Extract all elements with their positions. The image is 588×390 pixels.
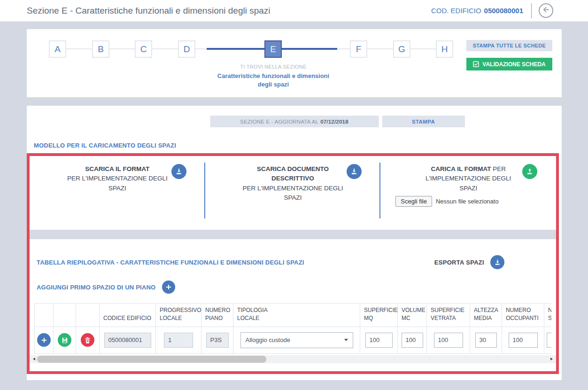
file-status-text: Nessun file selezionato: [436, 198, 499, 205]
column-header-superficie-mq: SUPERFICIE MQ: [360, 304, 398, 327]
location-label: TI TROVI NELLA SEZIONE: [212, 64, 335, 70]
scrollbar-left-arrow-icon[interactable]: [33, 358, 35, 360]
plus-icon: [166, 284, 171, 290]
highlighted-region: SCARICA IL FORMATPER L'IMPLEMENTAZIONE D…: [27, 153, 559, 374]
superficie-vetrata-input[interactable]: [434, 333, 463, 348]
model-actions-row: SCARICA IL FORMATPER L'IMPLEMENTAZIONE D…: [30, 156, 556, 230]
validate-sheet-button[interactable]: VALIDAZIONE SCHEDA: [466, 58, 552, 70]
building-code: COD. EDIFICIO0500080001: [431, 7, 523, 15]
section-divider-band: [30, 230, 556, 239]
building-code-value: 0500080001: [484, 7, 523, 15]
upload-format-title: CARICA IL FORMAT: [431, 165, 491, 172]
top-bar: Sezione E - Caratteristiche funzionali e…: [0, 0, 588, 22]
tipologia-locale-select[interactable]: Alloggio custode: [240, 332, 353, 348]
column-header-altezza-media: ALTEZZA MEDIA: [470, 304, 502, 327]
export-spaces-button[interactable]: [490, 255, 504, 269]
current-section-name: Caratteristiche funzionali e dimensioni …: [212, 72, 335, 88]
progressivo-locale-input[interactable]: [164, 333, 193, 348]
section-updated-bar: SEZIONE E - AGGIORNATA AL07/12/2018: [210, 116, 379, 127]
step-g[interactable]: G: [393, 40, 410, 58]
download-format-card: SCARICA IL FORMATPER L'IMPLEMENTAZIONE D…: [30, 156, 205, 230]
codice-edificio-input[interactable]: [104, 333, 151, 348]
column-header-empty: [54, 304, 76, 327]
row-add-button[interactable]: [37, 333, 51, 347]
download-format-button[interactable]: [171, 164, 186, 179]
step-a[interactable]: A: [49, 40, 66, 58]
download-doc-text: SCARICA DOCUMENTO DESCRITTIVOPER L'IMPLE…: [235, 164, 351, 203]
section-status-row: SEZIONE E - AGGIORNATA AL07/12/2018 STAM…: [27, 116, 562, 127]
upload-format-text: CARICA IL FORMAT PER L'IMPLEMENTAZIONE D…: [410, 164, 526, 193]
stepper-connector: [66, 48, 92, 49]
step-f[interactable]: F: [350, 40, 367, 58]
validate-sheet-label: VALIDAZIONE SCHEDA: [482, 61, 545, 68]
altezza-media-input[interactable]: [475, 333, 497, 348]
current-section-info: TI TROVI NELLA SEZIONE Caratteristiche f…: [212, 64, 335, 88]
download-format-title: SCARICA IL FORMAT: [60, 164, 175, 174]
add-first-space: AGGIUNGI PRIMO SPAZIO DI UN PIANO: [37, 281, 551, 294]
superficie-mq-input[interactable]: [365, 333, 393, 348]
trash-icon: [85, 337, 91, 343]
download-doc-subtitle: PER L'IMPLEMENTAZIONE DEGLI SPAZI: [243, 185, 343, 201]
column-header-codice-edificio: CODICE EDIFICIO: [100, 304, 156, 327]
export-spaces: ESPORTA SPAZI: [434, 255, 504, 269]
file-input: Scegli file Nessun file selezionato: [395, 196, 498, 207]
row-delete-button[interactable]: [81, 333, 94, 347]
summary-table-heading: TABELLA RIEPILOGATIVA - CARATTERISTICHE …: [37, 259, 304, 266]
numero-occupanti-input[interactable]: [509, 333, 538, 348]
volume-mc-input[interactable]: [402, 333, 423, 348]
column-header-clipped: N. SI: [544, 304, 552, 327]
upload-format-button[interactable]: [522, 164, 537, 179]
chevron-down-icon: [344, 339, 348, 341]
print-all-sheets-button[interactable]: STAMPA TUTTE LE SCHEDE: [466, 40, 552, 51]
upload-icon: [526, 168, 534, 175]
column-header-empty: [76, 304, 100, 327]
column-header-empty: [35, 304, 54, 327]
stepper-connector: [109, 48, 135, 49]
step-b[interactable]: B: [92, 40, 109, 58]
save-icon: [62, 337, 68, 343]
table-header-row: CODICE EDIFICIO PROGRESSIVO LOCALE NUMER…: [35, 304, 552, 327]
checkbox-check-icon: [473, 61, 479, 67]
column-header-tipologia-locale: TIPOLOGIA LOCALE: [233, 304, 360, 327]
choose-file-button[interactable]: Scegli file: [395, 196, 432, 207]
row-save-button[interactable]: [58, 333, 71, 347]
table-row: Alloggio custode: [35, 327, 552, 353]
download-icon: [350, 168, 358, 175]
tipologia-locale-value: Alloggio custode: [246, 336, 290, 343]
numero-piano-input[interactable]: [206, 333, 229, 348]
step-e-active[interactable]: E: [264, 40, 282, 58]
horizontal-scrollbar[interactable]: [30, 355, 556, 363]
step-c[interactable]: C: [135, 40, 152, 58]
clipped-column-input[interactable]: [547, 333, 551, 348]
download-icon: [175, 168, 183, 175]
scrollbar-right-arrow-icon[interactable]: [550, 358, 553, 360]
column-header-numero-piano: NUMERO PIANO: [201, 304, 233, 327]
add-first-space-label: AGGIUNGI PRIMO SPAZIO DI UN PIANO: [37, 284, 155, 291]
step-h[interactable]: H: [436, 40, 453, 58]
column-header-numero-occupanti: NUMERO OCCUPANTI: [502, 304, 544, 327]
stepper-connector: [152, 48, 178, 49]
plus-icon: [41, 337, 47, 343]
page-title: Sezione E - Caratteristiche funzionali e…: [27, 6, 271, 16]
column-header-progressivo-locale: PROGRESSIVO LOCALE: [156, 304, 201, 327]
print-button[interactable]: STAMPA: [382, 116, 465, 127]
summary-table-section: TABELLA RIEPILOGATIVA - CARATTERISTICHE …: [30, 239, 556, 354]
arrow-left-icon: [542, 5, 550, 16]
column-header-volume-mc: VOLUME MC: [398, 304, 427, 327]
back-button[interactable]: [539, 3, 553, 18]
column-header-superficie-vetrata: SUPERFICIE VETRATA: [427, 304, 470, 327]
spaces-table: CODICE EDIFICIO PROGRESSIVO LOCALE NUMER…: [34, 303, 551, 354]
building-code-label: COD. EDIFICIO: [431, 7, 481, 15]
download-doc-title: SCARICA DOCUMENTO DESCRITTIVO: [235, 164, 351, 184]
step-d[interactable]: D: [178, 40, 195, 58]
download-doc-button[interactable]: [347, 164, 362, 179]
updated-date: 07/12/2018: [320, 119, 348, 125]
add-first-space-button[interactable]: [162, 281, 175, 294]
upload-format-card: CARICA IL FORMAT PER L'IMPLEMENTAZIONE D…: [380, 156, 556, 230]
scrollbar-thumb[interactable]: [37, 356, 266, 363]
section-stepper: A B C D E F G H TI TROVI NELLA SEZIONE C…: [27, 29, 562, 97]
updated-label: SEZIONE E - AGGIORNATA AL: [240, 119, 318, 125]
stepper-connector: [410, 48, 436, 49]
download-format-text: SCARICA IL FORMATPER L'IMPLEMENTAZIONE D…: [60, 164, 175, 193]
stepper-connector: [367, 48, 393, 49]
